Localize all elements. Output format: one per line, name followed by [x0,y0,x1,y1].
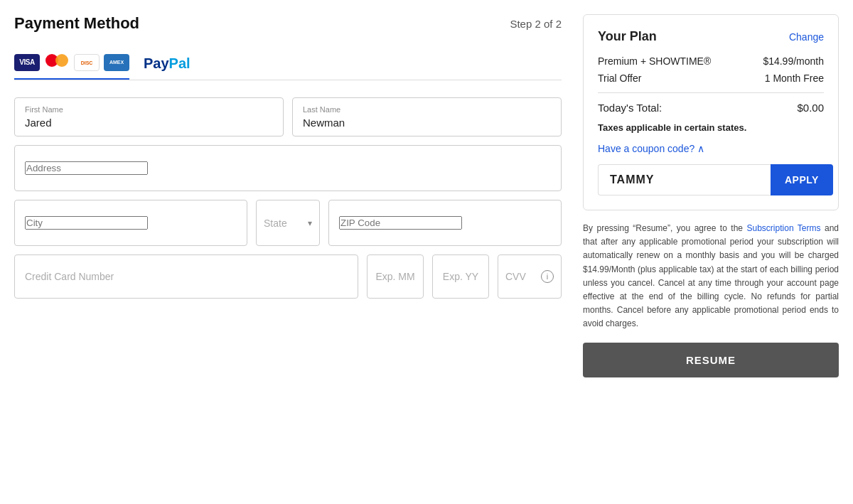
coupon-toggle[interactable]: Have a coupon code? ∧ [598,143,824,154]
trial-row: Trial Offer 1 Month Free [598,73,824,84]
exp-yy-input[interactable] [440,271,481,282]
resume-button[interactable]: RESUME [583,343,839,377]
exp-yy-field [432,254,489,299]
total-label: Today's Total: [598,102,662,114]
total-value: $0.00 [797,102,824,114]
apply-button[interactable]: APPLY [771,164,833,195]
plan-header: Your Plan Change [598,29,824,44]
paypal-logo: PayPal [144,55,191,71]
subscription-terms-link[interactable]: Subscription Terms [747,223,821,233]
trial-label: Trial Offer [598,73,641,84]
plan-price: $14.99/month [763,55,824,67]
tax-note: Taxes applicable in certain states. [598,122,824,133]
trial-value: 1 Month Free [765,73,824,84]
first-name-field: First Name [14,97,284,136]
last-name-input[interactable] [303,117,551,129]
cc-number-field [14,254,358,299]
discover-icon: DISC [74,54,100,71]
step-indicator: Step 2 of 2 [510,18,562,30]
last-name-label: Last Name [303,105,551,114]
amex-icon: AMEX [104,54,129,71]
address-field [14,145,562,191]
cvv-field: i [498,254,562,299]
cvv-input[interactable] [505,271,541,282]
city-field [14,200,247,246]
coupon-input[interactable] [598,164,771,195]
page-title: Payment Method [14,14,139,33]
mastercard-icon [44,54,70,71]
legal-body: and that after any applicable promotiona… [583,223,839,328]
state-field: State ALAKAZCA COFLGANY TX ▾ [256,200,320,246]
right-panel: Your Plan Change Premium + SHOWTIME® $14… [583,14,839,377]
tab-cards[interactable]: VISA DISC AMEX [14,54,129,80]
zip-field [328,200,562,246]
cc-row: i [14,254,562,299]
chevron-down-icon: ▾ [308,218,312,228]
name-row: First Name Last Name [14,97,562,136]
state-select[interactable]: State ALAKAZCA COFLGANY TX [264,218,305,229]
last-name-field: Last Name [292,97,562,136]
exp-mm-input[interactable] [375,271,416,282]
plan-title: Your Plan [598,29,657,44]
coupon-row: APPLY [598,164,824,195]
address-row [14,145,562,191]
city-state-zip-row: State ALAKAZCA COFLGANY TX ▾ [14,200,562,246]
plan-name-row: Premium + SHOWTIME® $14.99/month [598,55,824,67]
cc-number-input[interactable] [25,271,348,282]
first-name-label: First Name [25,105,273,114]
cvv-info-icon[interactable]: i [541,270,554,283]
city-input[interactable] [25,216,148,230]
first-name-input[interactable] [25,117,273,129]
plan-divider [598,92,824,93]
change-link[interactable]: Change [789,31,824,43]
address-input[interactable] [25,161,148,175]
visa-icon: VISA [14,54,40,71]
exp-mm-field [367,254,424,299]
zip-input[interactable] [339,216,462,230]
plan-card: Your Plan Change Premium + SHOWTIME® $14… [583,14,839,210]
legal-text: By pressing “Resume”, you agree to the S… [583,222,839,331]
plan-name: Premium + SHOWTIME® [598,55,711,67]
total-row: Today's Total: $0.00 [598,102,824,114]
payment-tabs: VISA DISC AMEX PayPal [14,54,562,80]
tab-paypal[interactable]: PayPal [129,55,205,79]
legal-prefix: By pressing “Resume”, you agree to the [583,223,747,233]
